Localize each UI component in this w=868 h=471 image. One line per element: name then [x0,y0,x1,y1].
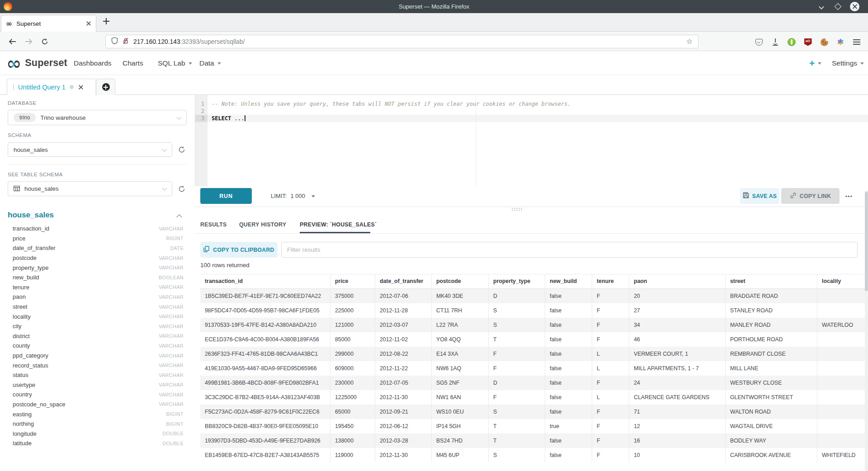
cell: 119000 [330,448,375,462]
insecure-lock-icon[interactable] [123,38,129,46]
nav-item-dashboards[interactable]: Dashboards [74,51,112,75]
pocket-icon[interactable] [753,36,765,48]
new-tab-button[interactable] [103,18,112,27]
results-table: transaction_id price date_of_transfer po… [200,274,868,462]
window-close-icon[interactable] [850,2,859,11]
nav-item-charts[interactable]: Charts [123,51,143,75]
refresh-tables-icon[interactable] [178,185,186,193]
column-header[interactable]: street [726,274,817,288]
more-actions-button[interactable]: ••• [842,188,856,204]
drag-handle-icon[interactable] [13,84,14,90]
superset-brand[interactable]: ∞ Superset [6,51,67,75]
scrollbar-thumb[interactable] [865,192,868,291]
cell: CARISBROOK AVENUE [726,448,817,462]
column-type: VARCHAR [159,382,187,387]
tab-query-history[interactable]: QUERY HISTORY [239,221,286,228]
sidebar-divider [8,164,187,165]
superset-logo-icon: ∞ [6,54,21,72]
run-button[interactable]: RUN [200,188,252,204]
query-tab-close-icon[interactable] [78,85,84,90]
column-header[interactable]: date_of_transfer [375,274,432,288]
cell: 46 [629,332,726,347]
line-number: 3 [195,115,208,122]
database-value: Trino warehouse [40,114,85,121]
cell: L [592,361,629,376]
scrollbar[interactable] [865,191,868,471]
limit-dropdown[interactable]: LIMIT: 1 000 [271,188,315,204]
chevron-up-icon[interactable] [176,214,182,220]
sql-editor[interactable] [195,95,868,186]
cell: 27 [629,303,726,318]
schema-column-row: northing BIGINT [8,419,187,429]
filter-results-input[interactable] [281,242,858,258]
table-row: F5C273AC-0D2A-458F-8279-9C61F0C22EC6 650… [200,405,868,419]
column-header[interactable]: price [330,274,375,288]
superset-favicon-icon: ∞ [6,20,12,28]
cell [817,376,868,390]
refresh-schemas-icon[interactable] [178,146,186,154]
cell: STANLEY ROAD [726,303,817,318]
url-path: :32393/superset/sqllab/ [180,38,245,45]
column-type: VARCHAR [159,343,187,349]
shield-icon[interactable] [111,37,118,46]
table-select[interactable]: house_sales [8,181,172,196]
schema-column-row: ppd_category VARCHAR [8,351,187,361]
cell: YO8 4QQ [432,332,489,347]
table-schema-heading[interactable]: house_sales [8,211,54,220]
cell: 2012-11-30 [375,390,432,405]
menu-icon[interactable] [851,36,863,48]
schema-select[interactable]: house_sales [8,142,172,157]
query-tab[interactable]: Untitled Query 1 [7,79,96,95]
nav-settings[interactable]: Settings [832,51,864,75]
copy-link-button[interactable]: COPY LINK [781,188,840,204]
download-icon[interactable] [769,36,781,48]
reload-button[interactable] [39,36,51,47]
cell: 20 [629,289,726,303]
tab-preview[interactable]: PREVIEW: `HOUSE_SALES` [300,221,377,228]
column-header[interactable]: paon [629,274,726,288]
tab-close-icon[interactable] [86,21,91,26]
column-header[interactable]: tenure [592,274,629,288]
table-row: 1B5C39ED-BE7F-41EF-9E71-9C60EED74A22 375… [200,289,868,303]
column-name: easting [8,411,32,418]
cell: 299000 [330,347,375,361]
browser-tab[interactable]: ∞ Superset [1,15,96,32]
cookie-icon[interactable] [818,36,830,48]
cell: WESTBURY CLOSE [726,376,817,390]
bookmark-star-icon[interactable]: ☆ [686,38,693,45]
nav-item-sql-lab[interactable]: SQL Lab [158,51,192,75]
containers-icon[interactable]: ✱ [835,36,846,48]
column-header[interactable]: property_type [489,274,545,288]
copy-icon [203,246,209,254]
privacy-badger-icon[interactable] [786,36,797,48]
cell: M45 6UP [432,448,489,462]
table-value: house_sales [24,185,59,192]
column-header[interactable]: locality [817,274,868,288]
column-header[interactable]: postcode [432,274,489,288]
cell: 2012-08-22 [375,347,432,361]
column-header[interactable]: new_build [545,274,592,288]
back-button[interactable] [6,36,18,47]
nav-add-button[interactable]: + [809,51,821,75]
splitter-handle-icon[interactable] [511,207,523,211]
copy-to-clipboard-button[interactable]: COPY TO CLIPBOARD [200,242,278,258]
cell: 2012-03-07 [375,318,432,332]
save-as-button[interactable]: SAVE AS [740,188,779,204]
forward-button[interactable] [23,36,34,47]
unsaved-dot-icon [70,85,74,89]
url-bar[interactable]: 217.160.120.143:32393/superset/sqllab/ ☆ [105,35,698,48]
cell: WHITEFIELD [817,448,868,462]
column-header[interactable]: transaction_id [200,274,330,288]
cell: SG5 2NF [432,376,489,390]
cell: 2012-11-28 [375,303,432,318]
cell: F [489,347,545,361]
cell: 195450 [330,419,375,433]
nav-item-data[interactable]: Data [199,51,221,75]
tab-results[interactable]: RESULTS [200,221,227,228]
table-row: 91370533-19F5-47FE-B142-A380A8ADA210 121… [200,318,868,332]
ublock-icon[interactable]: uO [802,36,814,48]
cell: WATERLOO [817,318,868,332]
add-query-tab-button[interactable] [96,79,115,95]
database-select[interactable]: trino Trino warehouse [8,110,187,125]
column-name: usertype [8,382,35,388]
